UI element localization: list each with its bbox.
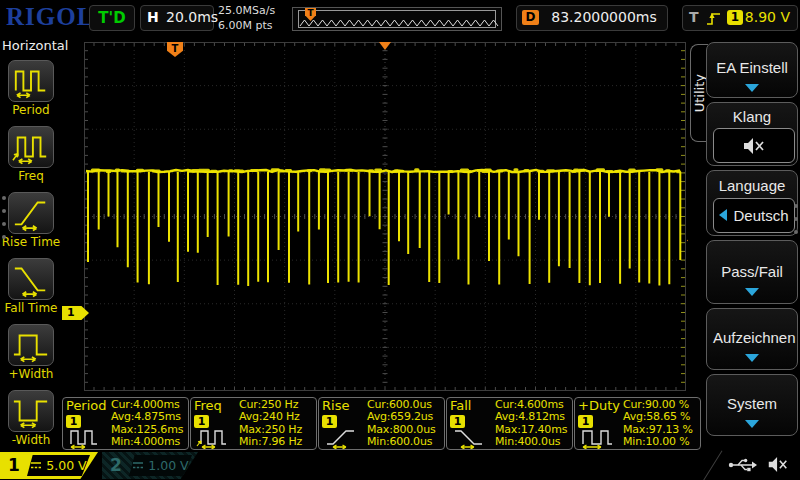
dc-coupling-icon xyxy=(132,461,144,470)
left-menu-title: Horizontal xyxy=(2,38,68,53)
speaker-muted-icon xyxy=(741,136,767,156)
system-button[interactable]: System xyxy=(706,374,798,436)
minus-width-button[interactable] xyxy=(8,390,54,432)
measure-row: Min:4.000ms xyxy=(111,436,183,448)
usb-icon xyxy=(728,457,758,473)
measure-row: Avg:659.2us xyxy=(367,411,435,423)
memory-depth: 6.00M pts xyxy=(218,18,275,33)
dropdown-arrow-icon xyxy=(745,84,759,92)
horizontal-label: H xyxy=(147,9,159,25)
duty-glyph xyxy=(577,425,621,449)
measure-row: Min:10.00 % xyxy=(623,436,693,448)
delay-value: 83.2000000ms xyxy=(545,9,663,25)
dropdown-arrow-icon xyxy=(745,354,759,362)
rising-edge-icon xyxy=(705,9,723,27)
measure-row: Avg:4.812ms xyxy=(495,411,567,423)
menu-item-freq: Freq xyxy=(0,126,62,183)
rise-glyph xyxy=(321,425,365,449)
delay-label: D xyxy=(522,10,539,25)
measurement-panel-freq[interactable]: Freq 1 Cur:250 Hz Avg:240 Hz Max:250 Hz … xyxy=(190,397,317,450)
measure-row: Avg:58.65 % xyxy=(623,411,693,423)
period-icon xyxy=(10,62,52,100)
left-measure-menu: Horizontal Period Freq xyxy=(0,36,62,450)
measurement-panel-rise[interactable]: Rise 1 Cur:600.0us Avg:659.2us Max:800.0… xyxy=(318,397,445,450)
rise-time-icon xyxy=(10,194,52,232)
minus-width-icon xyxy=(10,392,52,430)
plus-width-button[interactable] xyxy=(8,324,54,366)
measure-row: Min:600.0us xyxy=(367,436,435,448)
selector-left-arrow-icon xyxy=(719,209,727,221)
delay-center-marker[interactable] xyxy=(379,42,391,50)
sample-rate: 25.0MSa/s xyxy=(218,3,275,18)
dropdown-arrow-icon xyxy=(745,420,759,428)
trigger-status-badge: T'D xyxy=(89,5,135,31)
measure-row: Min:7.96 Hz xyxy=(239,436,302,448)
klang-button[interactable]: Klang xyxy=(706,102,798,166)
freq-button[interactable] xyxy=(8,126,54,168)
trigger-box: T 1 8.90 V xyxy=(682,5,798,31)
memory-waveform-preview: T xyxy=(292,7,502,31)
preview-waveform xyxy=(293,8,499,30)
oscilloscope-screen: RIGOL T'D H 20.0ms 25.0MSa/s 6.00M pts T… xyxy=(0,0,800,480)
timebase-box: H 20.0ms xyxy=(140,5,214,31)
language-button[interactable]: Language Deutsch xyxy=(706,170,798,236)
measurement-panel-period[interactable]: Period 1 Cur:4.000ms Avg:4.875ms Max:125… xyxy=(62,397,189,450)
period-button[interactable] xyxy=(8,60,54,102)
timebase-value: 20.0ms xyxy=(166,9,218,25)
channel-2-badge[interactable]: 2 1.00 V xyxy=(102,452,198,479)
trigger-source-badge: 1 xyxy=(727,10,743,25)
delay-box: D 83.2000000ms xyxy=(516,5,668,31)
period-glyph xyxy=(65,425,109,449)
channel-bar: 1 5.00 V 2 1.00 V xyxy=(0,450,800,480)
acquisition-info: 25.0MSa/s 6.00M pts xyxy=(218,3,275,33)
pass-fail-button[interactable]: Pass/Fail xyxy=(706,240,798,304)
freq-icon xyxy=(10,128,52,166)
menu-item-rise-time: Rise Time xyxy=(0,192,62,249)
right-menu-page-dots xyxy=(794,204,798,234)
graticule-waveform-area xyxy=(84,42,686,391)
dc-coupling-icon xyxy=(30,461,42,470)
menu-item-plus-width: +Width xyxy=(0,324,62,381)
measure-row: Min:400.0us xyxy=(495,436,567,448)
utility-menu: Utility EA Einstell Klang Language Deuts… xyxy=(688,36,800,450)
trigger-level-value: 8.90 V xyxy=(745,9,790,25)
aufzeichnen-button[interactable]: Aufzeichnen xyxy=(706,308,798,370)
menu-item-period: Period xyxy=(0,60,62,117)
speaker-muted-icon xyxy=(766,455,790,474)
top-bar: RIGOL T'D H 20.0ms 25.0MSa/s 6.00M pts T… xyxy=(0,0,800,36)
channel-2-scale: 1.00 V xyxy=(148,458,188,473)
measure-row: Avg:4.875ms xyxy=(111,411,183,423)
menu-item-minus-width: -Width xyxy=(0,390,62,447)
measurement-panel-fall[interactable]: Fall 1 Cur:4.600ms Avg:4.812ms Max:17.40… xyxy=(446,397,573,450)
channel-1-scale: 5.00 V xyxy=(46,458,86,473)
channel-1-badge[interactable]: 1 5.00 V xyxy=(0,452,98,479)
rise-time-button[interactable] xyxy=(8,192,54,234)
corner-divider xyxy=(703,450,723,480)
measure-row: Avg:240 Hz xyxy=(239,411,302,423)
language-value: Deutsch xyxy=(733,207,788,224)
menu-item-fall-time: Fall Time xyxy=(0,258,62,315)
dropdown-arrow-icon xyxy=(745,288,759,296)
rigol-logo: RIGOL xyxy=(6,3,94,31)
freq-glyph xyxy=(193,425,237,449)
fall-time-icon xyxy=(10,260,52,298)
ea-einstell-button[interactable]: EA Einstell xyxy=(706,42,798,98)
trigger-label: T xyxy=(689,9,699,25)
left-menu-page-dots xyxy=(2,196,6,239)
status-icons xyxy=(728,455,790,474)
plus-width-icon xyxy=(10,326,52,364)
fall-glyph xyxy=(449,425,493,449)
measurement-panel-duty[interactable]: +Duty 1 Cur:90.00 % Avg:58.65 % Max:97.1… xyxy=(574,397,701,450)
fall-time-button[interactable] xyxy=(8,258,54,300)
